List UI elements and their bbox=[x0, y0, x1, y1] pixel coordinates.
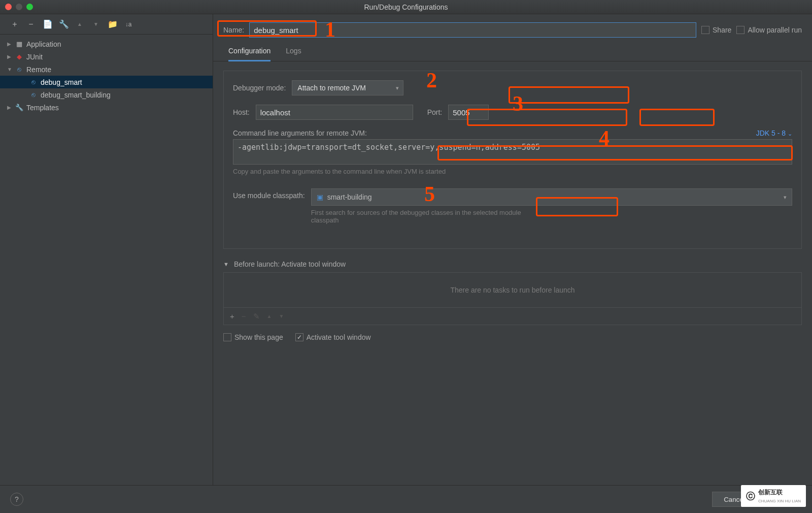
module-hint: First search for sources of the debugged… bbox=[311, 209, 545, 224]
share-label: Share bbox=[713, 26, 731, 34]
tree-label: Application bbox=[26, 40, 61, 48]
config-tree: ▶ ▦ Application ▶ ◆ JUnit ▼ ⎋ Remote ⎋ d… bbox=[0, 35, 213, 485]
watermark-logo-icon: ⓒ bbox=[746, 490, 755, 502]
cmdline-field[interactable]: -agentlib:jdwp=transport=dt_socket,serve… bbox=[233, 139, 792, 165]
watermark: ⓒ 创新互联 CHUANG XIN HU LIAN bbox=[741, 485, 806, 507]
add-config-button[interactable]: + bbox=[10, 20, 19, 29]
module-label: Use module classpath: bbox=[233, 191, 305, 200]
name-input[interactable] bbox=[249, 22, 696, 38]
tree-node-debug-smart[interactable]: ⎋ debug_smart bbox=[0, 76, 213, 88]
remote-icon: ⎋ bbox=[28, 91, 39, 99]
tabs: Configuration Logs bbox=[213, 42, 812, 61]
checkbox-icon bbox=[223, 333, 231, 341]
templates-icon: 🔧 bbox=[14, 104, 24, 111]
debugger-mode-select[interactable]: Attach to remote JVM bbox=[292, 80, 403, 95]
chevron-right-icon: ▶ bbox=[7, 54, 14, 59]
show-page-label: Show this page bbox=[234, 333, 283, 341]
host-port-row: Host: Port: bbox=[233, 105, 792, 120]
parallel-label: Allow parallel run bbox=[748, 26, 802, 34]
tree-node-debug-smart-building[interactable]: ⎋ debug_smart_building bbox=[0, 88, 213, 101]
jdk-link-text: JDK 5 - 8 bbox=[756, 129, 786, 137]
tree-node-junit[interactable]: ▶ ◆ JUnit bbox=[0, 50, 213, 63]
footer: ? Cancel Apply bbox=[0, 485, 812, 513]
copy-config-button[interactable]: 📄 bbox=[43, 19, 52, 29]
before-launch-title: Before launch: Activate tool window bbox=[234, 260, 346, 268]
watermark-subtext: CHUANG XIN HU LIAN bbox=[758, 499, 801, 503]
show-page-checkbox[interactable]: Show this page bbox=[223, 333, 283, 341]
remove-config-button[interactable]: − bbox=[26, 20, 36, 29]
folder-button[interactable]: 📁 bbox=[108, 19, 117, 29]
titlebar: Run/Debug Configurations bbox=[0, 0, 812, 14]
junit-icon: ◆ bbox=[14, 53, 24, 60]
checkbox-icon bbox=[701, 26, 709, 34]
chevron-down-icon: ⌄ bbox=[788, 131, 792, 137]
module-value: smart-building bbox=[327, 193, 372, 201]
name-label: Name: bbox=[223, 26, 244, 34]
tree-node-application[interactable]: ▶ ▦ Application bbox=[0, 38, 213, 50]
before-launch-header[interactable]: ▼ Before launch: Activate tool window bbox=[223, 260, 802, 268]
share-checkbox[interactable]: Share bbox=[701, 26, 731, 34]
cmdline-hint: Copy and paste the arguments to the comm… bbox=[233, 168, 792, 175]
remove-task-button[interactable]: − bbox=[242, 312, 246, 320]
content: + − 📄 🔧 ▲ ▼ 📁 ↓a ▶ ▦ Application ▶ ◆ JUn… bbox=[0, 14, 812, 485]
checkbox-icon bbox=[736, 26, 745, 34]
chevron-down-icon: ▼ bbox=[223, 261, 229, 267]
port-label: Port: bbox=[427, 108, 443, 116]
port-input[interactable] bbox=[448, 105, 489, 120]
cmdline-label: Command line arguments for remote JVM: bbox=[233, 129, 367, 137]
move-up-button[interactable]: ▲ bbox=[75, 21, 84, 27]
chevron-right-icon: ▶ bbox=[7, 41, 14, 47]
before-launch-toolbar: + − ✎ ▲ ▼ bbox=[223, 308, 802, 325]
host-input[interactable] bbox=[256, 105, 413, 120]
before-launch-options: Show this page Activate tool window bbox=[223, 333, 802, 341]
tree-label: JUnit bbox=[26, 53, 43, 61]
module-classpath-select[interactable]: ▣ smart-building bbox=[311, 188, 792, 206]
jdk-version-link[interactable]: JDK 5 - 8 ⌄ bbox=[756, 129, 792, 137]
tree-node-templates[interactable]: ▶ 🔧 Templates bbox=[0, 101, 213, 114]
folder-icon: ▣ bbox=[317, 193, 323, 201]
edit-task-button[interactable]: ✎ bbox=[253, 312, 260, 321]
parallel-checkbox[interactable]: Allow parallel run bbox=[736, 26, 802, 34]
move-down-button[interactable]: ▼ bbox=[91, 21, 100, 27]
name-row: Name: Share Allow parallel run bbox=[213, 14, 812, 42]
tree-label: Remote bbox=[26, 66, 51, 74]
config-panel: Debugger mode: Attach to remote JVM Host… bbox=[223, 71, 802, 249]
checkbox-checked-icon bbox=[295, 333, 303, 341]
remote-icon: ⎋ bbox=[28, 78, 39, 86]
left-panel: + − 📄 🔧 ▲ ▼ 📁 ↓a ▶ ▦ Application ▶ ◆ JUn… bbox=[0, 14, 213, 485]
tree-label: debug_smart bbox=[41, 78, 82, 86]
left-toolbar: + − 📄 🔧 ▲ ▼ 📁 ↓a bbox=[0, 14, 213, 35]
edit-defaults-button[interactable]: 🔧 bbox=[59, 19, 68, 29]
host-label: Host: bbox=[233, 108, 250, 116]
activate-label: Activate tool window bbox=[307, 333, 371, 341]
move-task-up-button[interactable]: ▲ bbox=[267, 313, 272, 319]
before-launch-list: There are no tasks to run before launch bbox=[223, 272, 802, 308]
right-panel: Name: Share Allow parallel run Configura… bbox=[213, 14, 812, 485]
tree-node-remote[interactable]: ▼ ⎋ Remote bbox=[0, 63, 213, 76]
select-value: Attach to remote JVM bbox=[297, 84, 366, 92]
cmdline-header-row: Command line arguments for remote JVM: J… bbox=[233, 129, 792, 137]
application-icon: ▦ bbox=[14, 40, 24, 48]
tree-label: debug_smart_building bbox=[41, 91, 111, 99]
module-row: Use module classpath: ▣ smart-building F… bbox=[233, 188, 792, 224]
debugger-mode-row: Debugger mode: Attach to remote JVM bbox=[233, 80, 792, 95]
chevron-right-icon: ▶ bbox=[7, 105, 14, 110]
tab-logs[interactable]: Logs bbox=[286, 47, 301, 61]
window-title: Run/Debug Configurations bbox=[0, 3, 812, 11]
debugger-mode-label: Debugger mode: bbox=[233, 84, 286, 92]
chevron-down-icon: ▼ bbox=[7, 67, 14, 72]
tree-label: Templates bbox=[26, 104, 59, 112]
empty-tasks-text: There are no tasks to run before launch bbox=[450, 286, 574, 294]
help-button[interactable]: ? bbox=[10, 493, 23, 506]
tab-configuration[interactable]: Configuration bbox=[228, 47, 270, 61]
move-task-down-button[interactable]: ▼ bbox=[279, 313, 284, 319]
sort-button[interactable]: ↓a bbox=[124, 21, 133, 28]
remote-icon: ⎋ bbox=[14, 66, 24, 73]
add-task-button[interactable]: + bbox=[230, 312, 234, 320]
activate-tool-window-checkbox[interactable]: Activate tool window bbox=[295, 333, 371, 341]
watermark-text: 创新互联 bbox=[758, 489, 783, 496]
